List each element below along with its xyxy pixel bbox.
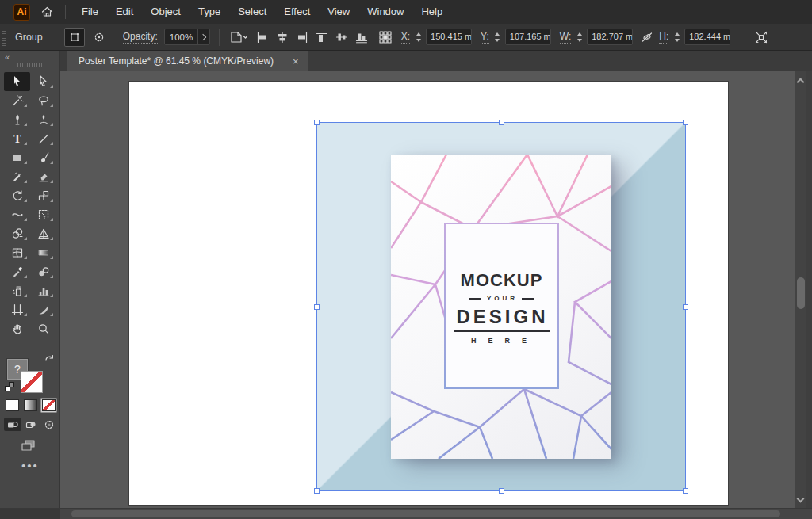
tool-perspective-grid[interactable]	[30, 224, 56, 243]
draw-behind-button[interactable]	[22, 418, 40, 431]
artboard[interactable]: MOCKUP YOUR DESIGN HERE	[129, 82, 728, 505]
menu-type[interactable]: Type	[190, 0, 229, 24]
align-bottom-button[interactable]	[354, 31, 369, 44]
menu-object[interactable]: Object	[142, 0, 190, 24]
menu-view[interactable]: View	[319, 0, 358, 24]
tool-curvature[interactable]	[30, 110, 56, 129]
align-right-button[interactable]	[295, 31, 309, 44]
screen-mode-button[interactable]	[21, 439, 36, 452]
opacity-input[interactable]: 100%	[164, 29, 210, 45]
tool-symbol-sprayer[interactable]	[4, 281, 30, 300]
draw-inside-button[interactable]	[40, 418, 58, 431]
opacity-flyout-icon[interactable]	[200, 33, 206, 40]
edit-toolbar-button[interactable]: •••	[0, 459, 60, 472]
w-label[interactable]: W:	[560, 31, 571, 44]
selection-handle-nw[interactable]	[314, 120, 320, 125]
tool-shape-builder[interactable]	[4, 224, 30, 243]
menu-select[interactable]: Select	[229, 0, 275, 24]
poster-mockup[interactable]: MOCKUP YOUR DESIGN HERE	[391, 155, 611, 459]
h-input[interactable]: 182.444 mm	[684, 29, 730, 45]
align-left-button[interactable]	[255, 31, 270, 44]
x-label[interactable]: X:	[401, 31, 410, 44]
tool-selection[interactable]	[4, 72, 30, 91]
tool-column-graph[interactable]	[30, 281, 56, 300]
y-stepper[interactable]	[493, 29, 502, 45]
stroke-swatch-none[interactable]	[21, 371, 43, 393]
tool-width[interactable]	[4, 205, 30, 224]
tool-eyedropper[interactable]	[4, 262, 30, 281]
selection-handle-n[interactable]	[499, 120, 504, 125]
constrain-proportions-button[interactable]	[640, 31, 654, 44]
w-stepper[interactable]	[575, 29, 584, 45]
horizontal-scrollbar-thumb[interactable]	[71, 510, 780, 517]
horizontal-scrollbar[interactable]	[0, 508, 812, 519]
tool-rotate[interactable]	[4, 186, 30, 205]
opacity-label[interactable]: Opacity:	[123, 31, 158, 44]
illustrator-logo-icon[interactable]: Ai	[13, 4, 30, 21]
tool-direct-selection[interactable]	[30, 72, 56, 91]
y-label[interactable]: Y:	[481, 31, 489, 44]
selection-handle-se[interactable]	[683, 488, 688, 494]
tool-free-transform[interactable]	[30, 205, 56, 224]
tool-type[interactable]: T	[4, 129, 30, 148]
home-button[interactable]	[40, 6, 54, 18]
none-button[interactable]	[42, 399, 56, 411]
align-h-center-button[interactable]	[275, 31, 289, 44]
x-stepper[interactable]	[414, 29, 423, 45]
tool-blend[interactable]	[30, 262, 56, 281]
tools-panel-grip[interactable]	[17, 63, 43, 67]
selection-handle-ne[interactable]	[683, 120, 688, 125]
tool-slice[interactable]	[30, 300, 56, 319]
default-fill-stroke-icon[interactable]	[5, 382, 15, 392]
draw-normal-button[interactable]	[4, 418, 21, 431]
menu-help[interactable]: Help	[412, 0, 451, 24]
transform-panel-button[interactable]	[378, 30, 393, 44]
menu-file[interactable]: File	[73, 0, 107, 24]
selection-handle-sw[interactable]	[314, 488, 320, 494]
tool-mesh[interactable]	[4, 243, 30, 262]
tool-rectangle[interactable]	[4, 148, 30, 167]
h-label[interactable]: H:	[659, 31, 668, 44]
tool-magic-wand[interactable]	[4, 91, 30, 110]
selection-handle-s[interactable]	[499, 488, 504, 494]
menu-window[interactable]: Window	[358, 0, 412, 24]
tool-artboard[interactable]	[4, 300, 30, 319]
align-v-center-button[interactable]	[335, 31, 349, 44]
tool-pen[interactable]	[4, 110, 30, 129]
selected-artwork-group[interactable]: MOCKUP YOUR DESIGN HERE	[317, 123, 685, 490]
tool-shaper[interactable]	[4, 167, 30, 186]
tool-hand[interactable]	[4, 319, 30, 338]
tool-line-segment[interactable]	[30, 129, 56, 148]
menu-edit[interactable]: Edit	[107, 0, 142, 24]
selection-handle-w[interactable]	[314, 304, 320, 310]
w-input[interactable]: 182.707 mm	[587, 29, 633, 45]
color-button[interactable]	[6, 399, 19, 411]
selection-handle-e[interactable]	[683, 304, 688, 310]
select-object-mode-button[interactable]	[64, 28, 85, 47]
vertical-scrollbar[interactable]	[795, 71, 806, 508]
isolate-mode-button[interactable]	[89, 28, 109, 47]
gradient-button[interactable]	[24, 399, 37, 411]
opacity-value[interactable]: 100%	[165, 32, 197, 42]
x-input[interactable]: 150.415 mm	[426, 29, 472, 45]
y-input[interactable]: 107.165 mm	[505, 29, 551, 45]
menu-effect[interactable]: Effect	[275, 0, 319, 24]
h-stepper[interactable]	[672, 29, 681, 45]
scroll-up-icon[interactable]	[797, 78, 805, 86]
swap-fill-stroke-icon[interactable]	[44, 353, 55, 362]
tool-zoom[interactable]	[30, 319, 56, 338]
tool-scale[interactable]	[30, 186, 56, 205]
tool-gradient[interactable]	[30, 243, 56, 262]
control-bar-grip[interactable]	[2, 29, 6, 46]
canvas-pasteboard[interactable]: MOCKUP YOUR DESIGN HERE	[60, 71, 795, 508]
tool-paintbrush[interactable]	[30, 148, 56, 167]
more-options-button[interactable]	[754, 30, 768, 44]
tool-lasso[interactable]	[30, 91, 56, 110]
scroll-down-icon[interactable]	[797, 495, 805, 503]
document-tab[interactable]: Poster Template* @ 61.45 % (CMYK/Preview…	[67, 51, 308, 71]
align-to-selection-dropdown[interactable]	[228, 30, 247, 44]
tab-close-icon[interactable]: ×	[293, 56, 299, 67]
align-top-button[interactable]	[315, 31, 329, 44]
collapse-panel-icon[interactable]: «	[5, 52, 9, 62]
tool-eraser[interactable]	[30, 167, 56, 186]
